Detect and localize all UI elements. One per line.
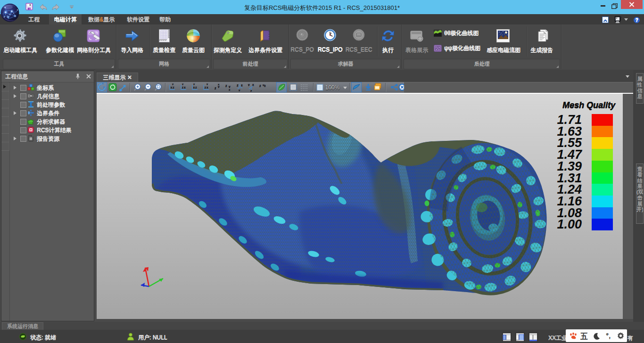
svg-text:v: v [206,82,208,85]
svg-text:x: x [206,86,208,89]
svg-text:v: v [229,85,231,88]
svg-text:x: x [184,86,186,89]
svg-text:z: z [195,86,197,89]
svg-text:x: x [264,84,266,87]
svg-text:x: x [171,86,173,89]
svg-text:v: v [248,83,250,86]
svg-text:x: x [218,83,219,86]
svg-text:100%: 100% [325,84,340,91]
svg-text:z: z [225,84,227,87]
svg-text:x: x [229,88,230,91]
svg-text:v: v [182,82,183,85]
svg-text:z: z [259,84,261,87]
svg-text:v: v [239,89,240,91]
svg-text:x: x [193,86,195,89]
svg-text:x: x [241,83,243,87]
svg-text:z: z [205,86,206,89]
svg-text:v: v [193,82,195,85]
svg-text:z: z [250,89,252,92]
svg-text:v: v [172,82,173,85]
svg-text:x: x [252,83,254,86]
svg-text:z: z [215,86,216,90]
svg-text:z: z [182,86,183,89]
svg-text:z: z [173,86,174,89]
svg-text:z: z [237,83,238,87]
